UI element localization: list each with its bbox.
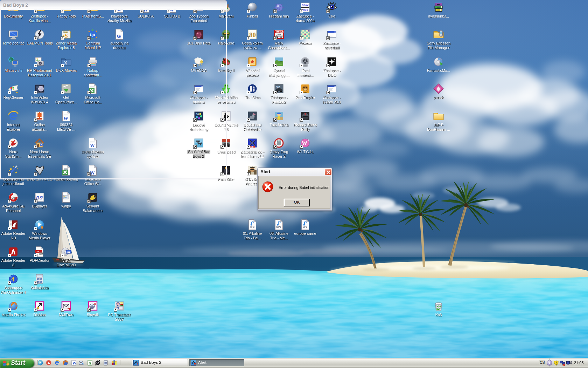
svg-text:W: W — [72, 361, 77, 366]
svg-text:PDF: PDF — [36, 251, 40, 253]
svg-text:Now: Now — [40, 253, 43, 255]
svg-text:8:IH: 8:IH — [251, 146, 254, 148]
svg-text:se: se — [12, 196, 15, 199]
svg-text:X: X — [89, 361, 92, 366]
svg-text:Dáma: Dáma — [302, 4, 309, 7]
svg-text:MP3: MP3 — [250, 226, 255, 228]
svg-text:MP3: MP3 — [303, 226, 308, 228]
svg-text:XTREME: XTREME — [276, 31, 284, 33]
svg-text:V2: V2 — [276, 85, 280, 89]
svg-text:MP3: MP3 — [276, 226, 281, 228]
svg-text:4: 4 — [11, 276, 15, 283]
